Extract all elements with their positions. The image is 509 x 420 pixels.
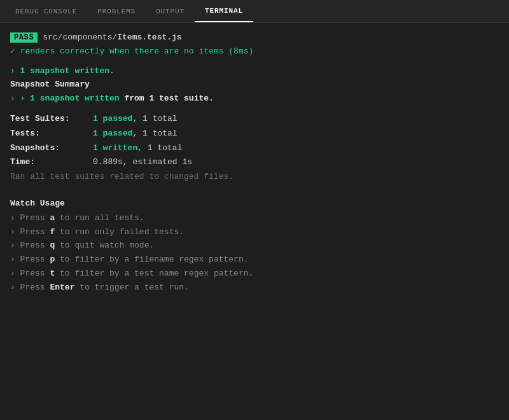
stat-snapshots: Snapshots: 1 written, 1 total <box>10 142 499 155</box>
check-line: ✓ renders correctly when there are no it… <box>10 45 499 59</box>
tab-bar: DEBUG CONSOLE PROBLEMS OUTPUT TERMINAL <box>0 0 509 23</box>
tab-debug-console[interactable]: DEBUG CONSOLE <box>5 0 87 22</box>
tab-output[interactable]: OUTPUT <box>146 0 195 22</box>
watch-usage-title: Watch Usage <box>10 197 499 211</box>
tab-problems[interactable]: PROBLEMS <box>87 0 146 22</box>
watch-item-p: › Press p to filter by a filename regex … <box>10 253 499 267</box>
watch-item-f: › Press f to run only failed tests. <box>10 226 499 239</box>
stat-tests: Tests: 1 passed, 1 total <box>10 127 499 141</box>
stat-time: Time: 0.889s, estimated 1s <box>10 156 499 169</box>
watch-item-a: › Press a to run all tests. <box>10 212 499 225</box>
watch-item-enter: › Press Enter to trigger a test run. <box>10 281 499 295</box>
ran-line: Ran all test suites related to changed f… <box>10 171 499 184</box>
tab-terminal[interactable]: TERMINAL <box>195 0 253 22</box>
pass-line: PASSsrc/components/Items.test.js <box>10 31 499 45</box>
snapshot-written-1: › 1 snapshot written. <box>10 65 499 78</box>
file-path: src/components/Items.test.js <box>43 32 181 42</box>
watch-item-t: › Press t to filter by a test name regex… <box>10 267 499 281</box>
stat-test-suites: Test Suites: 1 passed, 1 total <box>10 113 499 126</box>
pass-badge: PASS <box>10 32 38 43</box>
snapshot-written-2: › › 1 snapshot written from 1 test suite… <box>10 92 499 106</box>
snapshot-summary-title: Snapshot Summary <box>10 78 499 92</box>
watch-item-q: › Press q to quit watch mode. <box>10 239 499 253</box>
terminal-content: PASSsrc/components/Items.test.js ✓ rende… <box>0 23 509 420</box>
